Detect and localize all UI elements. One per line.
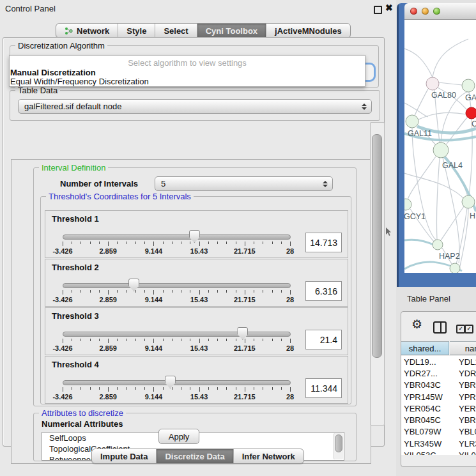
tick-mark — [208, 339, 209, 341]
algorithm-option[interactable]: Manual Discretization — [10, 68, 365, 77]
table-row[interactable]: YLR345WYLR345W — [401, 438, 476, 449]
tick-mark — [135, 387, 136, 390]
control-panel-tab-bar: NetworkStyleSelectCyni ToolboxjActiveMNo… — [56, 23, 351, 38]
slider-track[interactable] — [63, 332, 291, 337]
close-icon[interactable]: ✖ — [385, 3, 393, 13]
numerical-attributes-label: Numerical Attributes — [42, 419, 123, 429]
tab-jactivemnodules[interactable]: jActiveMNodules — [266, 24, 350, 38]
tick-mark — [199, 290, 200, 295]
interval-definition-label: Interval Definition — [39, 163, 108, 173]
tab-style[interactable]: Style — [118, 24, 155, 38]
table-row[interactable]: YBR045CYBR045C — [401, 414, 476, 426]
network-window-titlebar[interactable] — [404, 3, 476, 20]
slider-thumb[interactable] — [128, 279, 139, 291]
tab-network[interactable]: Network — [56, 24, 118, 38]
slider-thumb[interactable] — [189, 230, 200, 243]
network-node-label: H — [470, 211, 475, 220]
network-node-gal4[interactable] — [433, 142, 449, 158]
network-node-gal80[interactable] — [426, 77, 439, 90]
network-node-c[interactable] — [466, 107, 476, 119]
algorithm-option[interactable]: Equal Width/Frequency Discretization — [10, 77, 365, 86]
threshold-value-field[interactable]: 11.344 — [305, 378, 342, 398]
tick-mark — [144, 387, 145, 390]
network-node-gcy1[interactable] — [404, 199, 411, 210]
settings-scrollbar[interactable] — [370, 122, 385, 426]
tick-mark — [108, 339, 109, 343]
table-row[interactable]: YBL079WYBL079W — [401, 426, 476, 438]
tick-label: -3.426 — [52, 344, 72, 352]
settings-scrollbar-thumb[interactable] — [372, 134, 382, 358]
gear-icon[interactable]: ⚙ — [411, 317, 422, 332]
slider-track[interactable] — [63, 380, 291, 385]
split-columns-icon[interactable] — [433, 321, 447, 334]
tick-mark — [281, 339, 282, 341]
apply-button[interactable]: Apply — [158, 429, 199, 444]
tick-label: 21.715 — [234, 247, 256, 255]
attributes-list-scrollbar-thumb[interactable] — [335, 434, 342, 452]
threshold-value-field[interactable]: 14.713 — [305, 233, 342, 252]
network-node-ga[interactable] — [462, 79, 475, 92]
tick-mark — [245, 339, 245, 343]
checkbox-icon[interactable]: ✓ — [464, 325, 473, 334]
table-row[interactable]: YER054CYER054C — [401, 403, 476, 414]
network-node-hap2[interactable] — [433, 240, 443, 250]
attributes-list-scrollbar[interactable] — [334, 433, 343, 459]
column-header-name[interactable]: name — [450, 341, 476, 355]
network-edge — [436, 158, 440, 240]
algorithm-placeholder-option[interactable]: Select algorithm to view settings — [10, 56, 365, 68]
checkbox-icon[interactable]: ✓ — [456, 325, 465, 334]
tick-label: 9.144 — [145, 344, 163, 352]
tick-mark — [81, 242, 81, 244]
tick-label: -3.426 — [52, 247, 72, 255]
tick-mark — [99, 242, 100, 244]
tick-mark — [254, 339, 254, 341]
float-window-icon[interactable] — [374, 6, 382, 14]
tick-mark — [217, 290, 218, 293]
slider-tick-labels: -3.4262.8599.14415.4321.71528 — [63, 344, 290, 352]
tick-mark — [163, 339, 164, 341]
network-node-gal11[interactable] — [406, 115, 418, 128]
tick-mark — [181, 290, 181, 293]
slider-ticks — [63, 242, 290, 247]
table-row[interactable]: YIL053CYIL053C — [401, 449, 476, 455]
network-node[interactable] — [450, 263, 460, 273]
interval-definition-group: Interval Definition Number of Intervals … — [33, 167, 357, 406]
tick-mark — [72, 387, 72, 390]
threshold-value-field[interactable]: 21.4 — [305, 330, 342, 349]
minimize-traffic-light-icon[interactable] — [422, 8, 429, 15]
tick-mark — [181, 339, 181, 341]
tab-infer-network[interactable]: Infer Network — [233, 449, 303, 463]
zoom-traffic-light-icon[interactable] — [433, 8, 440, 15]
tick-mark — [199, 339, 200, 343]
tab-cyni-toolbox[interactable]: Cyni Toolbox — [197, 24, 266, 38]
tab-discretize-data[interactable]: Discretize Data — [156, 449, 233, 463]
slider-track[interactable] — [63, 283, 291, 288]
tab-select[interactable]: Select — [155, 24, 196, 38]
tab-impute-data[interactable]: Impute Data — [92, 449, 156, 463]
column-header-shared-name[interactable]: shared... — [401, 341, 449, 355]
slider-track[interactable] — [63, 234, 291, 240]
table-row[interactable]: YDL19...YDL19... — [401, 356, 476, 367]
number-of-intervals-combobox[interactable]: 5 — [155, 176, 333, 191]
slider-thumb[interactable] — [165, 376, 176, 388]
table-row[interactable]: YBR043CYBR043C — [401, 380, 476, 391]
threshold-value-field[interactable]: 6.316 — [305, 281, 342, 301]
network-node-h[interactable] — [462, 196, 475, 208]
network-canvas[interactable]: GAL80GACGAL11GAL4GCY1HHAP2 — [404, 20, 476, 273]
threshold-label: Threshold 4 — [52, 360, 99, 369]
slider-thumb[interactable] — [237, 327, 248, 340]
close-traffic-light-icon[interactable] — [410, 8, 417, 15]
network-node-label: HAP2 — [439, 252, 460, 261]
table-data-combobox[interactable]: galFiltered.sif default node — [18, 99, 372, 114]
algorithm-dropdown-popup: Select algorithm to view settings Manual… — [9, 55, 365, 87]
slider-tick-labels: -3.4262.8599.14415.4321.71528 — [63, 393, 290, 401]
slider-tick-labels: -3.4262.8599.14415.4321.71528 — [63, 296, 290, 303]
tab-label: Style — [127, 26, 146, 36]
tick-mark — [263, 242, 263, 244]
cell-name: YLR345W — [449, 439, 476, 449]
tick-mark — [236, 387, 236, 390]
cell-shared-name: YBR045C — [401, 415, 449, 425]
table-row[interactable]: YPR145WYPR145W — [401, 391, 476, 403]
cell-name: YBR043C — [449, 380, 476, 390]
table-row[interactable]: YDR27...YDR27... — [401, 367, 476, 379]
